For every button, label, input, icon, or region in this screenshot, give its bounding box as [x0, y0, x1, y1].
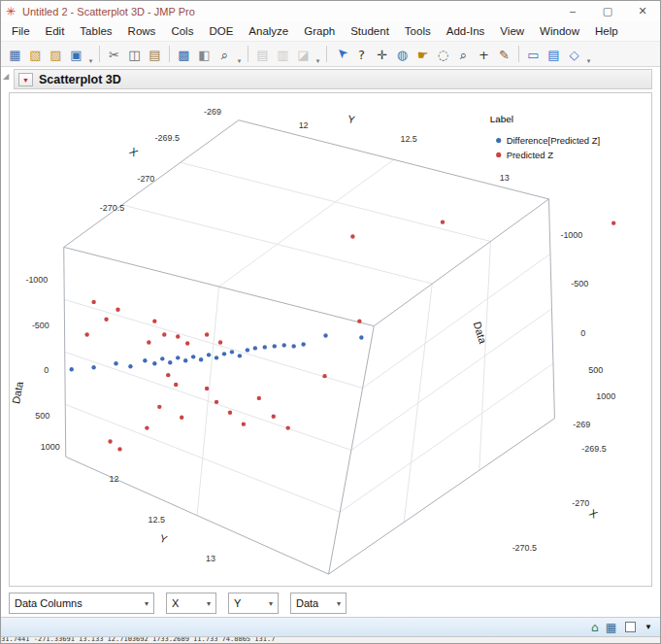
- data-points[interactable]: [70, 220, 616, 452]
- x-dropdown[interactable]: X▾: [166, 593, 216, 614]
- window-list-button[interactable]: ▤: [544, 44, 564, 64]
- window-frame-button[interactable]: ▭: [523, 44, 544, 64]
- crosshair-tool-button[interactable]: +: [474, 44, 494, 64]
- legend-marker-predicted[interactable]: [496, 153, 501, 157]
- point-predicted-z[interactable]: [185, 341, 189, 345]
- point-predicted-z[interactable]: [322, 374, 326, 378]
- menu-rows[interactable]: Rows: [120, 23, 164, 39]
- point-predicted-z[interactable]: [91, 300, 95, 304]
- red-triangle-button[interactable]: ▼: [18, 73, 33, 86]
- close-button[interactable]: ✕: [625, 1, 660, 21]
- legend-entry-difference[interactable]: Difference[Predicted Z]: [507, 135, 600, 146]
- point-predicted-z[interactable]: [152, 320, 156, 323]
- minimize-button[interactable]: –: [555, 1, 590, 21]
- point-predicted-z[interactable]: [180, 416, 183, 420]
- point-difference-predicted-z[interactable]: [152, 361, 156, 365]
- menu-edit[interactable]: Edit: [38, 23, 73, 39]
- chart-button[interactable]: ◪: [293, 44, 314, 64]
- point-difference-predicted-z[interactable]: [263, 345, 267, 349]
- point-difference-predicted-z[interactable]: [128, 364, 132, 368]
- cut-button[interactable]: ✂: [104, 44, 124, 64]
- point-predicted-z[interactable]: [162, 332, 166, 336]
- point-predicted-z[interactable]: [205, 332, 209, 336]
- point-difference-predicted-z[interactable]: [359, 335, 363, 339]
- point-difference-predicted-z[interactable]: [273, 344, 277, 348]
- legend-entry-predicted[interactable]: Predicted Z: [507, 150, 554, 160]
- hand-tool-button[interactable]: ☛: [413, 44, 433, 64]
- point-difference-predicted-z[interactable]: [143, 358, 147, 362]
- point-difference-predicted-z[interactable]: [282, 343, 286, 347]
- annotate-tool-button[interactable]: ✎: [494, 44, 514, 64]
- paste-special-button[interactable]: ▤: [252, 44, 273, 64]
- point-predicted-z[interactable]: [145, 425, 149, 429]
- status-checkbox[interactable]: [625, 622, 636, 632]
- maximize-button[interactable]: ▢: [590, 1, 625, 21]
- menu-file[interactable]: File: [4, 23, 38, 39]
- status-dropdown-caret-icon[interactable]: ▼: [644, 623, 652, 631]
- point-predicted-z[interactable]: [218, 340, 222, 344]
- new-data-table-button[interactable]: ▦: [5, 44, 25, 64]
- point-predicted-z[interactable]: [257, 396, 261, 400]
- brush-tool-button[interactable]: ◍: [392, 44, 413, 64]
- point-predicted-z[interactable]: [441, 220, 445, 224]
- menu-graph[interactable]: Graph: [296, 23, 343, 39]
- point-difference-predicted-z[interactable]: [91, 365, 95, 369]
- point-difference-predicted-z[interactable]: [238, 354, 242, 357]
- point-predicted-z[interactable]: [228, 411, 232, 415]
- menu-tools[interactable]: Tools: [397, 23, 439, 39]
- point-difference-predicted-z[interactable]: [114, 361, 117, 365]
- point-predicted-z[interactable]: [176, 334, 180, 338]
- menu-window[interactable]: Window: [532, 23, 587, 39]
- point-predicted-z[interactable]: [286, 425, 290, 429]
- data-table-window-button[interactable]: ▦: [606, 621, 616, 634]
- point-difference-predicted-z[interactable]: [253, 346, 257, 350]
- point-predicted-z[interactable]: [166, 373, 170, 377]
- toolbar-overflow-chevron-icon[interactable]: ▾: [86, 56, 95, 66]
- point-predicted-z[interactable]: [116, 308, 119, 312]
- open-database-button[interactable]: ▨: [46, 44, 66, 64]
- menu-doe[interactable]: DOE: [201, 23, 241, 39]
- point-predicted-z[interactable]: [357, 320, 361, 323]
- legend-marker-difference[interactable]: [496, 138, 501, 143]
- paste-button[interactable]: ▤: [145, 44, 165, 64]
- point-difference-predicted-z[interactable]: [70, 367, 74, 371]
- menu-tables[interactable]: Tables: [72, 23, 119, 39]
- menu-student[interactable]: Student: [343, 23, 397, 39]
- menu-cols[interactable]: Cols: [163, 23, 201, 39]
- copy-button[interactable]: ◫: [124, 44, 145, 64]
- point-predicted-z[interactable]: [117, 447, 121, 451]
- column-info-button[interactable]: ▥: [273, 44, 293, 64]
- point-difference-predicted-z[interactable]: [191, 355, 195, 358]
- menu-view[interactable]: View: [492, 23, 532, 39]
- point-predicted-z[interactable]: [272, 415, 276, 419]
- point-predicted-z[interactable]: [108, 439, 112, 443]
- menu-help[interactable]: Help: [587, 23, 626, 39]
- plot-area[interactable]: -269 -269.5 -270 -270.5 X 12 12.5 13 Y: [9, 92, 652, 587]
- grabber-tool-button[interactable]: ✛: [372, 44, 392, 64]
- home-window-button[interactable]: ⌂: [591, 621, 599, 634]
- point-difference-predicted-z[interactable]: [291, 344, 295, 348]
- point-predicted-z[interactable]: [104, 318, 108, 322]
- point-difference-predicted-z[interactable]: [230, 350, 234, 354]
- toolbar-overflow-chevron-icon[interactable]: ▾: [314, 56, 322, 66]
- lock-button[interactable]: ◧: [194, 44, 215, 64]
- search-button[interactable]: ⌕: [215, 44, 235, 64]
- window-shape-button[interactable]: ◇: [564, 44, 584, 64]
- point-difference-predicted-z[interactable]: [301, 342, 305, 346]
- point-predicted-z[interactable]: [242, 422, 246, 425]
- point-difference-predicted-z[interactable]: [222, 352, 226, 356]
- point-predicted-z[interactable]: [84, 332, 88, 336]
- point-difference-predicted-z[interactable]: [323, 333, 327, 337]
- outline-marker-icon[interactable]: ◢: [3, 72, 9, 81]
- data-dropdown[interactable]: Data▾: [290, 593, 347, 614]
- scatterplot-3d[interactable]: -269 -269.5 -270 -270.5 X 12 12.5 13 Y: [10, 93, 651, 586]
- point-difference-predicted-z[interactable]: [207, 353, 211, 356]
- point-difference-predicted-z[interactable]: [183, 358, 187, 362]
- lasso-tool-button[interactable]: ◌: [433, 44, 453, 64]
- toolbar-overflow-chevron-icon[interactable]: ▾: [235, 56, 244, 66]
- point-predicted-z[interactable]: [174, 383, 178, 387]
- point-difference-predicted-z[interactable]: [199, 357, 203, 361]
- toolbar-overflow-chevron-icon[interactable]: ▾: [584, 56, 593, 66]
- point-predicted-z[interactable]: [205, 387, 209, 390]
- point-difference-predicted-z[interactable]: [176, 356, 180, 359]
